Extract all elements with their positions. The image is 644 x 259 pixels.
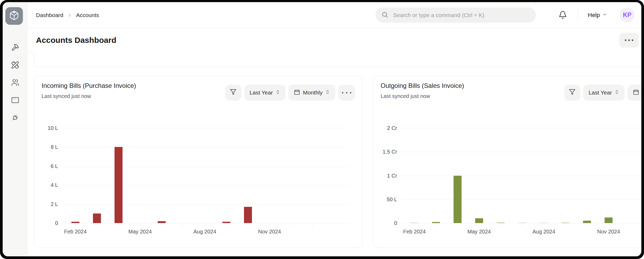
x-tick	[587, 224, 587, 226]
interval-select[interactable]: Monthly	[288, 85, 335, 101]
y-tick-label: 0	[394, 220, 397, 226]
bar-jun-2024[interactable]	[158, 221, 166, 223]
x-tick	[270, 224, 270, 226]
bar-mar-2024[interactable]	[432, 222, 440, 223]
x-tick	[565, 224, 566, 226]
x-tick	[75, 224, 76, 226]
period-select[interactable]: Last Year	[244, 85, 286, 101]
chevron-right-icon	[67, 13, 72, 18]
bell-icon	[559, 15, 567, 20]
bar-nov-2024[interactable]	[605, 217, 613, 223]
page-more-button[interactable]	[619, 33, 639, 48]
funnel-icon	[230, 89, 237, 97]
search-bar[interactable]	[376, 7, 536, 23]
bar-sep-2024[interactable]	[561, 223, 569, 223]
x-tick	[313, 224, 313, 226]
x-tick	[162, 224, 162, 226]
card-controls: Last Year Monthly	[225, 85, 355, 101]
x-tick	[544, 224, 544, 226]
bar-mar-2024[interactable]	[93, 213, 101, 223]
card-outgoing-bills: Outgoing Bills (Sales Invoice) Last sync…	[373, 76, 641, 248]
avatar-initials: KP	[623, 11, 631, 19]
card-more-button[interactable]	[338, 85, 355, 101]
y-tick-label: 2 L	[51, 201, 58, 207]
user-avatar[interactable]: KP	[620, 7, 635, 22]
app-window-icon	[11, 96, 19, 105]
x-tick	[458, 224, 458, 226]
y-axis-labels: 050 L1 Cr1.5 Cr2 Cr	[373, 128, 397, 223]
breadcrumb-accounts[interactable]: Accounts	[76, 12, 99, 18]
x-tick	[248, 224, 248, 226]
filter-button[interactable]	[564, 85, 580, 101]
x-tick	[226, 224, 227, 226]
breadcrumb-dashboard[interactable]: Dashboard	[36, 12, 63, 18]
gridline	[401, 223, 641, 223]
bar-sep-2024[interactable]	[222, 222, 230, 223]
sidebar-item-design[interactable]	[11, 61, 19, 69]
interval-select-value: Monthly	[303, 89, 323, 96]
app-logo[interactable]	[5, 7, 23, 25]
sidebar-item-users[interactable]	[11, 79, 19, 87]
bar-aug-2024[interactable]	[540, 223, 548, 223]
cube-box-logo-icon	[9, 10, 19, 22]
search-input[interactable]	[393, 12, 530, 19]
chevrons-up-down-icon	[614, 89, 619, 96]
bar-apr-2024[interactable]	[115, 147, 123, 223]
bar-feb-2024[interactable]	[71, 222, 79, 223]
bar-jul-2024[interactable]	[518, 223, 526, 223]
top-bar: Dashboard Accounts	[27, 2, 641, 28]
plug-icon	[11, 114, 19, 123]
bar-apr-2024[interactable]	[454, 176, 462, 223]
x-tick-label: May 2024	[128, 229, 152, 235]
calendar-icon	[633, 89, 639, 97]
x-tick-label: Feb 2024	[403, 229, 426, 235]
scrolled-card-bottom	[34, 52, 641, 67]
plot-area: Feb 2024May 2024Aug 2024Nov 2024	[62, 128, 349, 223]
bar-jun-2024[interactable]	[497, 223, 505, 223]
incoming-bills-chart: 02 L4 L6 L8 L10 L Feb 2024May 2024Aug 20…	[34, 128, 349, 223]
bar-oct-2024[interactable]	[244, 207, 252, 223]
y-tick-label: 4 L	[51, 182, 58, 188]
card-title: Outgoing Bills (Sales Invoice)	[381, 82, 464, 89]
gridline	[62, 185, 349, 185]
sidebar-item-integrations[interactable]	[11, 114, 19, 122]
card-title: Incoming Bills (Purchase Invoice)	[42, 82, 136, 89]
x-tick	[479, 224, 479, 226]
card-controls: Last Year Monthly	[564, 85, 641, 101]
y-tick-label: 0	[55, 220, 58, 226]
x-tick	[140, 224, 140, 226]
more-icon	[342, 92, 343, 93]
sidebar-item-apps[interactable]	[11, 97, 19, 105]
gridline	[62, 166, 349, 166]
x-tick-label: Feb 2024	[64, 229, 87, 235]
topbar-divider	[578, 9, 578, 21]
search-icon	[381, 11, 388, 19]
y-tick-label: 2 Cr	[387, 125, 397, 131]
gridline	[401, 128, 641, 128]
bar-feb-2024[interactable]	[410, 223, 418, 223]
pencil-ruler-icon	[11, 61, 19, 70]
dashboard-content: Incoming Bills (Purchase Invoice) Last s…	[27, 52, 641, 256]
bar-oct-2024[interactable]	[583, 221, 591, 223]
gridline	[62, 128, 349, 128]
outgoing-bills-chart: 050 L1 Cr1.5 Cr2 Cr Feb 2024May 2024Aug …	[373, 128, 641, 223]
y-tick-label: 8 L	[51, 144, 58, 150]
x-tick	[291, 224, 291, 226]
gridline	[62, 223, 349, 223]
bar-may-2024[interactable]	[475, 218, 483, 223]
filter-button[interactable]	[225, 85, 241, 101]
screen: Dashboard Accounts	[0, 0, 644, 259]
interval-select[interactable]: Monthly	[627, 85, 641, 101]
sidebar-item-build[interactable]	[11, 44, 19, 52]
period-select[interactable]: Last Year	[583, 85, 625, 101]
y-axis-labels: 02 L4 L6 L8 L10 L	[34, 128, 58, 223]
x-tick	[183, 224, 184, 226]
x-tick	[630, 224, 630, 226]
card-sync-status: Last synced just now	[381, 93, 430, 99]
page-title: Accounts Dashboard	[36, 28, 116, 52]
notifications-button[interactable]	[559, 11, 567, 19]
sidebar-nav	[3, 44, 27, 122]
page-header: Accounts Dashboard	[27, 28, 641, 52]
help-menu[interactable]: Help	[588, 2, 607, 28]
x-tick	[97, 224, 97, 226]
